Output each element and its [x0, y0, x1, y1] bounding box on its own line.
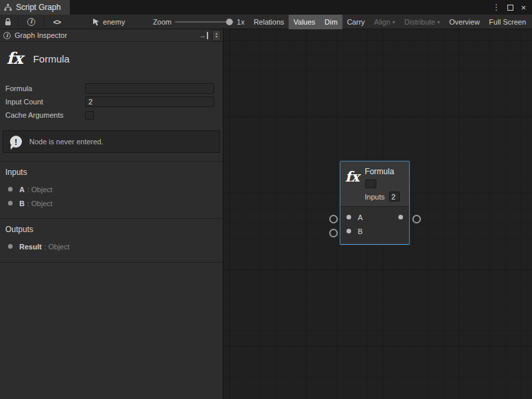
- toolbar-button-align[interactable]: Align ▾: [370, 15, 400, 29]
- formula-node[interactable]: fx Formula Inputs A: [340, 161, 410, 245]
- fx-icon: fx: [345, 170, 360, 201]
- toolbar-button-dim[interactable]: Dim: [320, 15, 342, 29]
- port-type: : Object: [27, 186, 53, 194]
- node-port-a[interactable]: A: [340, 210, 409, 224]
- zoom-slider-track: [175, 21, 233, 23]
- input-count-field-row: Input Count: [5, 95, 214, 108]
- port-name: Result: [19, 243, 42, 251]
- warning-box: ! Node is never entered.: [3, 130, 220, 153]
- zoom-slider-knob[interactable]: [226, 19, 233, 25]
- graph-inspector-panel: i Graph Inspector → ▴ ▾ fx Formula Formu…: [0, 29, 223, 399]
- port-label: B: [358, 227, 362, 235]
- toolbar-separator: [44, 17, 45, 27]
- zoom-value: 1x: [237, 18, 245, 26]
- cache-arguments-label: Cache Arguments: [5, 111, 85, 119]
- port-dot-icon: [8, 201, 13, 205]
- node-title: Formula: [365, 167, 400, 176]
- toolbar-toggle-group: Relations Values Dim Carry Align ▾ Distr…: [249, 15, 532, 29]
- input-port-dot[interactable]: [346, 215, 351, 219]
- port-type: : Object: [27, 200, 53, 207]
- scroll-spinner[interactable]: ▴ ▾: [212, 30, 221, 41]
- close-icon[interactable]: ×: [521, 3, 526, 13]
- cache-arguments-field-row: Cache Arguments: [5, 108, 214, 122]
- port-type: : Object: [45, 243, 70, 251]
- toolbar-separator: [18, 17, 19, 27]
- graph-target[interactable]: enemy: [92, 18, 125, 26]
- port-name: A: [19, 186, 25, 194]
- port-connector-ring[interactable]: [329, 215, 338, 223]
- formula-field-row: Formula: [5, 82, 214, 95]
- port-connector-ring[interactable]: [329, 229, 338, 237]
- toolbar-button-overview[interactable]: Overview: [445, 15, 485, 29]
- toolbar-button-fullscreen[interactable]: Full Screen: [484, 15, 531, 29]
- inspector-toggle-button[interactable]: i: [21, 15, 42, 29]
- code-view-button[interactable]: <>: [47, 15, 67, 29]
- script-graph-icon: [4, 3, 12, 11]
- info-icon: i: [27, 18, 35, 26]
- input-count-input[interactable]: [85, 96, 214, 107]
- input-port-dot[interactable]: [346, 229, 351, 233]
- tab-label: Script Graph: [16, 3, 61, 12]
- dock-panel-icon[interactable]: →: [199, 32, 208, 39]
- port-label: A: [358, 213, 362, 221]
- info-icon: i: [3, 32, 11, 39]
- port-dot-icon: [8, 187, 13, 192]
- port-dot-icon: [8, 244, 13, 249]
- warning-icon: !: [10, 136, 22, 148]
- chevron-down-icon: ▾: [438, 19, 440, 25]
- toolbar-button-values[interactable]: Values: [289, 15, 320, 29]
- node-inputs-label: Inputs: [365, 193, 385, 201]
- lock-icon[interactable]: [0, 18, 16, 26]
- graph-toolbar: i <> enemy Zoom 1x Relations Values Dim …: [0, 15, 532, 29]
- window-titlebar: Script Graph ⋮ ×: [0, 0, 532, 15]
- formula-node-header: fx Formula Inputs: [340, 162, 409, 206]
- toolbar-button-relations[interactable]: Relations: [249, 15, 289, 29]
- chevron-down-icon: ▾: [392, 19, 395, 25]
- window-menu-icon[interactable]: ⋮: [492, 3, 500, 12]
- input-port-row-a[interactable]: A : Object: [0, 182, 223, 196]
- formula-field-label: Formula: [5, 84, 85, 92]
- fx-icon: fx: [7, 51, 23, 66]
- outputs-section: Outputs Result : Object: [0, 218, 223, 253]
- formula-input[interactable]: [85, 83, 214, 94]
- zoom-label: Zoom: [153, 18, 172, 26]
- cursor-icon: [92, 18, 100, 26]
- inputs-section: Inputs A : Object B : Object: [0, 161, 223, 210]
- input-count-label: Input Count: [5, 98, 85, 106]
- graph-inspector-header: i Graph Inspector → ▴ ▾: [0, 29, 223, 42]
- node-formula-input[interactable]: [365, 180, 376, 188]
- cache-arguments-checkbox[interactable]: [85, 111, 94, 120]
- target-name: enemy: [103, 18, 125, 26]
- zoom-slider[interactable]: [175, 15, 233, 29]
- unit-title: Formula: [33, 53, 70, 65]
- distribute-label: Distribute: [404, 18, 435, 26]
- port-name: B: [19, 200, 25, 207]
- graph-canvas[interactable]: fx Formula Inputs A: [223, 29, 532, 399]
- align-label: Align: [374, 18, 390, 26]
- port-connector-ring[interactable]: [412, 215, 421, 223]
- main-area: i Graph Inspector → ▴ ▾ fx Formula Formu…: [0, 29, 532, 399]
- section-divider: [0, 262, 223, 263]
- tab-script-graph[interactable]: Script Graph: [0, 0, 70, 15]
- input-port-row-b[interactable]: B : Object: [0, 196, 223, 210]
- maximize-icon[interactable]: [507, 5, 513, 11]
- inspector-title: Graph Inspector: [15, 31, 67, 39]
- warning-text: Node is never entered.: [29, 138, 103, 146]
- spin-down-icon: ▾: [215, 35, 217, 39]
- unit-header: fx Formula: [0, 42, 223, 78]
- toolbar-button-distribute[interactable]: Distribute ▾: [400, 15, 444, 29]
- node-input-count[interactable]: [389, 192, 400, 201]
- node-inputs-row: Inputs: [365, 192, 400, 201]
- window-controls: ⋮ ×: [492, 0, 532, 15]
- node-port-b[interactable]: B: [340, 224, 409, 238]
- output-port-row-result[interactable]: Result : Object: [0, 239, 223, 253]
- toolbar-button-carry[interactable]: Carry: [342, 15, 370, 29]
- output-port-dot[interactable]: [398, 215, 403, 219]
- inspector-fields: Formula Input Count Cache Arguments: [0, 78, 223, 122]
- formula-node-ports: A B: [340, 206, 409, 244]
- inputs-section-title: Inputs: [0, 165, 223, 182]
- outputs-section-title: Outputs: [0, 222, 223, 239]
